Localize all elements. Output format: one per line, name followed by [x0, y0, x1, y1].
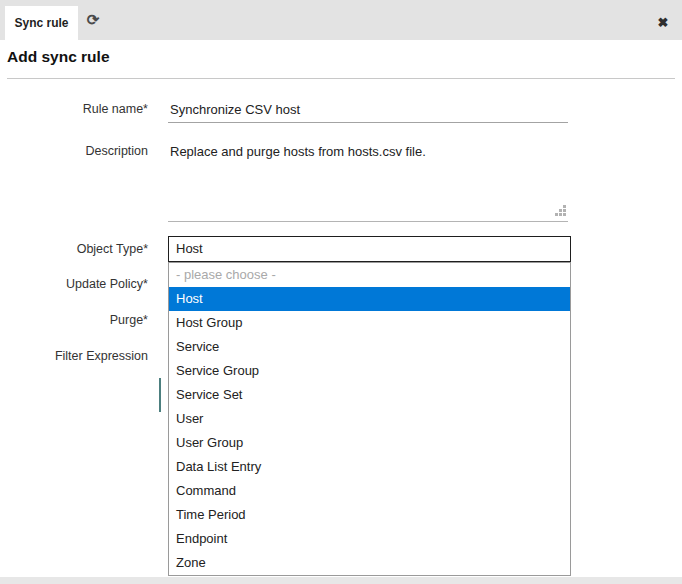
filter-expression-label: Filter Expression	[0, 349, 148, 364]
tab-bar: Sync rule ⟳ ✖	[0, 0, 682, 40]
update-policy-label: Update Policy*	[0, 277, 148, 292]
dropdown-option[interactable]: User Group	[169, 431, 570, 455]
dropdown-option[interactable]: Command	[169, 479, 570, 503]
page-title: Add sync rule	[7, 48, 110, 66]
dropdown-option[interactable]: User	[169, 407, 570, 431]
purge-label: Purge*	[0, 313, 148, 328]
page-background	[0, 577, 682, 584]
close-icon[interactable]: ✖	[653, 0, 673, 44]
rule-name-label: Rule name*	[0, 102, 148, 117]
description-underline	[168, 221, 568, 222]
dropdown-option[interactable]: Endpoint	[169, 527, 570, 551]
object-type-select[interactable]: Host	[168, 236, 571, 262]
dropdown-option[interactable]: Zone	[169, 551, 570, 575]
dropdown-option[interactable]: Service Group	[169, 359, 570, 383]
description-textarea[interactable]: Replace and purge hosts from hosts.csv f…	[170, 144, 426, 159]
dropdown-option[interactable]: Service	[169, 335, 570, 359]
object-type-label: Object Type*	[0, 242, 148, 257]
rule-name-input[interactable]: Synchronize CSV host	[170, 102, 300, 117]
resize-grip-icon[interactable]	[563, 205, 566, 208]
tab-sync-rule[interactable]: Sync rule	[5, 6, 78, 40]
title-divider	[7, 78, 675, 79]
dropdown-option[interactable]: Service Set	[169, 383, 570, 407]
object-type-value: Host	[176, 241, 203, 256]
object-type-dropdown: - please choose -HostHost GroupServiceSe…	[168, 262, 571, 576]
dropdown-option[interactable]: Data List Entry	[169, 455, 570, 479]
rule-name-underline	[168, 122, 568, 123]
dropdown-option[interactable]: Time Period	[169, 503, 570, 527]
description-label: Description	[0, 144, 148, 159]
tab-label: Sync rule	[14, 16, 68, 30]
dropdown-option[interactable]: Host Group	[169, 311, 570, 335]
filter-expression-input[interactable]	[159, 378, 161, 412]
sync-rule-panel: Sync rule ⟳ ✖ Add sync rule Rule name* D…	[0, 0, 682, 584]
dropdown-option[interactable]: - please choose -	[169, 263, 570, 287]
dropdown-option[interactable]: Host	[169, 287, 570, 311]
refresh-icon[interactable]: ⟳	[84, 0, 102, 40]
